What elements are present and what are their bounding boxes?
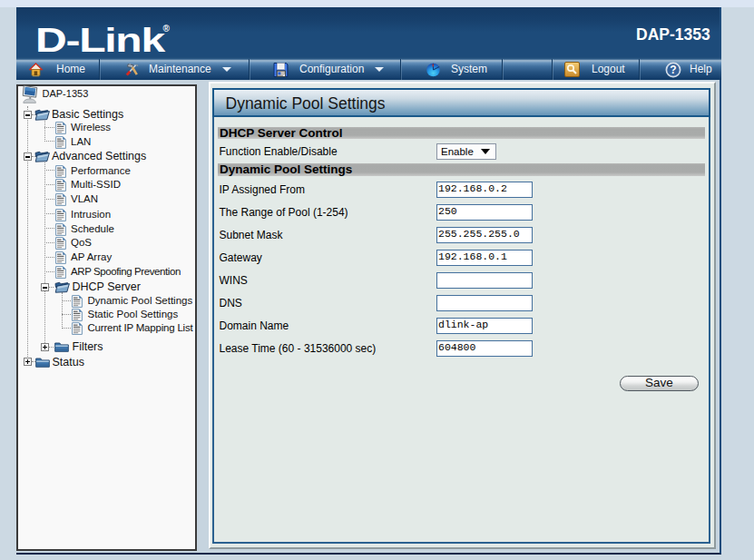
svg-text:?: ?: [670, 64, 676, 76]
